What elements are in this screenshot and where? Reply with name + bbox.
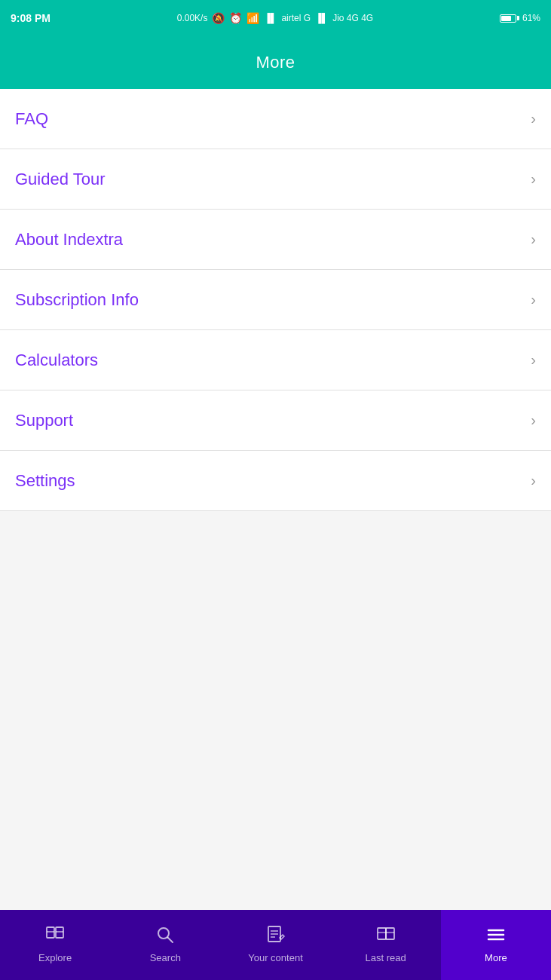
svg-line-5	[168, 937, 173, 942]
network-speed: 0.00K/s	[177, 13, 208, 23]
nav-item-explore-label: Explore	[38, 952, 72, 963]
menu-item-faq[interactable]: FAQ ›	[0, 89, 551, 149]
signal-bars-2-icon: ▐▌	[315, 13, 328, 23]
menu-item-guided-tour[interactable]: Guided Tour ›	[0, 149, 551, 210]
svg-rect-11	[386, 928, 394, 939]
menu-item-settings-label: Settings	[15, 471, 75, 491]
svg-rect-1	[56, 927, 63, 938]
explore-icon	[44, 924, 66, 948]
mute-icon: 🔕	[212, 12, 225, 24]
menu-item-subscription-info[interactable]: Subscription Info ›	[0, 270, 551, 330]
svg-rect-10	[378, 928, 386, 939]
chevron-icon: ›	[531, 472, 536, 489]
bottom-nav: Explore Search Your content	[0, 910, 551, 980]
your-content-icon	[265, 924, 286, 948]
menu-item-faq-label: FAQ	[15, 109, 48, 129]
carrier2: Jio 4G 4G	[332, 13, 373, 23]
battery-icon	[500, 14, 519, 23]
menu-item-about-indextra-label: About Indextra	[15, 230, 123, 250]
status-center-icons: 0.00K/s 🔕 ⏰ 📶 ▐▌ airtel G ▐▌ Jio 4G 4G	[177, 12, 373, 24]
nav-item-your-content-label: Your content	[248, 952, 303, 963]
nav-item-search-label: Search	[150, 952, 181, 963]
more-icon	[485, 924, 507, 948]
menu-item-support[interactable]: Support ›	[0, 390, 551, 451]
header-title: More	[256, 53, 295, 72]
status-bar: 9:08 PM 0.00K/s 🔕 ⏰ 📶 ▐▌ airtel G ▐▌ Jio…	[0, 0, 551, 36]
nav-item-explore[interactable]: Explore	[0, 910, 110, 980]
header: More	[0, 36, 551, 89]
search-icon	[155, 924, 176, 948]
chevron-icon: ›	[531, 110, 536, 127]
chevron-icon: ›	[531, 412, 536, 429]
menu-item-calculators-label: Calculators	[15, 351, 98, 370]
menu-list: FAQ › Guided Tour › About Indextra › Sub…	[0, 89, 551, 511]
alarm-icon: ⏰	[229, 12, 242, 24]
signal-bars-icon: ▐▌	[264, 13, 277, 23]
status-time: 9:08 PM	[11, 12, 51, 24]
nav-item-more[interactable]: More	[441, 910, 551, 980]
menu-item-subscription-info-label: Subscription Info	[15, 290, 139, 310]
nav-item-last-read-label: Last read	[366, 952, 406, 963]
carrier1: airtel G	[281, 13, 311, 23]
menu-item-support-label: Support	[15, 411, 73, 430]
menu-item-about-indextra[interactable]: About Indextra ›	[0, 210, 551, 270]
wifi-icon: 📶	[246, 12, 259, 24]
chevron-icon: ›	[531, 291, 536, 308]
menu-item-settings[interactable]: Settings ›	[0, 451, 551, 511]
nav-item-search[interactable]: Search	[110, 910, 220, 980]
status-right-icons: 61%	[500, 13, 540, 23]
chevron-icon: ›	[531, 231, 536, 248]
chevron-icon: ›	[531, 351, 536, 369]
nav-item-your-content[interactable]: Your content	[220, 910, 330, 980]
nav-item-last-read[interactable]: Last read	[331, 910, 441, 980]
chevron-icon: ›	[531, 170, 536, 188]
menu-item-calculators[interactable]: Calculators ›	[0, 330, 551, 390]
svg-rect-0	[47, 927, 54, 938]
last-read-icon	[375, 924, 396, 948]
nav-item-more-label: More	[485, 952, 507, 963]
battery-percent: 61%	[522, 13, 540, 23]
menu-item-guided-tour-label: Guided Tour	[15, 170, 105, 189]
